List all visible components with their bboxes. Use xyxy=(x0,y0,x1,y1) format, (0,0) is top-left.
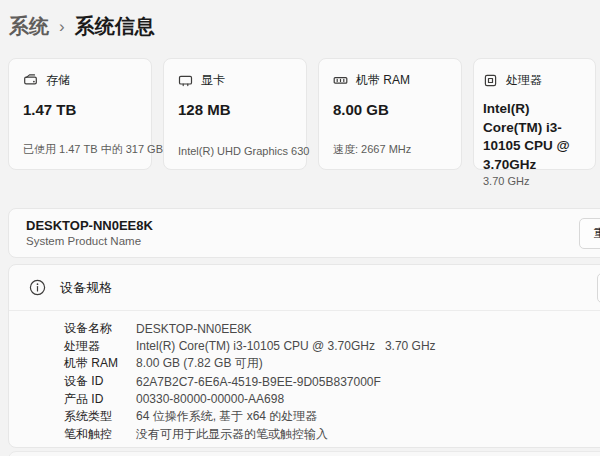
spec-label: 设备 ID xyxy=(64,373,136,390)
spec-row-system-type: 系统类型 64 位操作系统, 基于 x64 的处理器 xyxy=(64,408,600,426)
rename-pc-button[interactable]: 重命名此电脑 xyxy=(579,218,600,249)
processor-card-value: Intel(R) Core(TM) i3-10105 CPU @ 3.70GHz xyxy=(483,100,589,175)
device-name: DESKTOP-NN0EE8K xyxy=(26,218,600,234)
processor-card[interactable]: 处理器 Intel(R) Core(TM) i3-10105 CPU @ 3.7… xyxy=(473,58,596,170)
spec-label: 机带 RAM xyxy=(64,355,136,372)
storage-card-caption: 已使用 1.47 TB 中的 317 GB xyxy=(23,142,139,157)
spec-row-device-id: 设备 ID 62A7B2C7-6E6A-4519-B9EE-9D05B83700… xyxy=(64,373,600,391)
device-specs-card: 设备规格 复制 设备名称 DESKTOP-NN0EE8K 处理器 Intel(R… xyxy=(8,264,600,448)
gpu-card-value: 128 MB xyxy=(178,100,294,120)
storage-card-label: 存储 xyxy=(46,72,70,89)
spec-row-pen-touch: 笔和触控 没有可用于此显示器的笔或触控输入 xyxy=(64,426,600,444)
device-specs-title: 设备规格 xyxy=(60,279,112,297)
device-specs-table: 设备名称 DESKTOP-NN0EE8K 处理器 Intel(R) Core(T… xyxy=(9,311,600,443)
device-name-card: DESKTOP-NN0EE8K System Product Name 重命名此… xyxy=(8,208,600,258)
spec-label: 设备名称 xyxy=(64,320,136,337)
spec-row-ram: 机带 RAM 8.00 GB (7.82 GB 可用) xyxy=(64,355,600,373)
summary-cards-row: 存储 1.47 TB 已使用 1.47 TB 中的 317 GB 显卡 128 … xyxy=(8,58,596,170)
breadcrumb: 系统 › 系统信息 xyxy=(9,13,155,40)
ram-icon xyxy=(333,73,348,88)
page-title: 系统信息 xyxy=(75,13,155,40)
gpu-card-caption: Intel(R) UHD Graphics 630 xyxy=(178,145,294,157)
storage-icon xyxy=(23,73,38,88)
spec-value: 8.00 GB (7.82 GB 可用) xyxy=(136,355,263,372)
settings-system-info-page: { "breadcrumb": { "parent": "系统", "separ… xyxy=(0,0,600,456)
spec-value: 64 位操作系统, 基于 x64 的处理器 xyxy=(136,408,317,425)
spec-value: 62A7B2C7-6E6A-4519-B9EE-9D05B837000F xyxy=(136,375,381,389)
spec-value: DESKTOP-NN0EE8K xyxy=(136,322,252,336)
device-product-name: System Product Name xyxy=(26,234,600,249)
spec-value: 00330-80000-00000-AA698 xyxy=(136,392,284,406)
ram-card-label: 机带 RAM xyxy=(356,72,410,89)
storage-card-value: 1.47 TB xyxy=(23,100,139,120)
breadcrumb-chevron-icon: › xyxy=(59,16,65,37)
spec-row-processor: 处理器 Intel(R) Core(TM) i3-10105 CPU @ 3.7… xyxy=(64,338,600,356)
info-icon xyxy=(29,279,46,296)
ram-card-value: 8.00 GB xyxy=(333,100,449,120)
ram-card-caption: 速度: 2667 MHz xyxy=(333,142,449,157)
cpu-icon xyxy=(483,73,498,88)
ram-card[interactable]: 机带 RAM 8.00 GB 速度: 2667 MHz xyxy=(318,58,462,170)
spec-row-device-name: 设备名称 DESKTOP-NN0EE8K xyxy=(64,320,600,338)
spec-row-product-id: 产品 ID 00330-80000-00000-AA698 xyxy=(64,390,600,408)
storage-card[interactable]: 存储 1.47 TB 已使用 1.47 TB 中的 317 GB xyxy=(8,58,152,170)
spec-label: 笔和触控 xyxy=(64,426,136,443)
breadcrumb-system[interactable]: 系统 xyxy=(9,13,49,40)
processor-card-label: 处理器 xyxy=(506,72,542,89)
spec-value: 没有可用于此显示器的笔或触控输入 xyxy=(136,426,328,443)
next-section-card[interactable] xyxy=(8,451,600,456)
spec-label: 系统类型 xyxy=(64,408,136,425)
spec-label: 处理器 xyxy=(64,338,136,355)
spec-value: Intel(R) Core(TM) i3-10105 CPU @ 3.70GHz… xyxy=(136,339,436,353)
gpu-card[interactable]: 显卡 128 MB Intel(R) UHD Graphics 630 xyxy=(163,58,307,170)
spec-label: 产品 ID xyxy=(64,391,136,408)
processor-card-caption: 3.70 GHz xyxy=(483,175,589,187)
device-specs-header[interactable]: 设备规格 复制 xyxy=(9,265,600,311)
gpu-icon xyxy=(178,73,193,88)
gpu-card-label: 显卡 xyxy=(201,72,225,89)
